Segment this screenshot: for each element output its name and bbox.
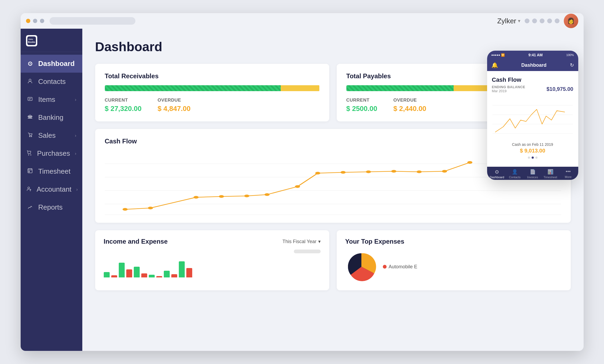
sidebar-label-contacts: Contacts [38, 77, 66, 86]
svg-point-28 [417, 170, 422, 173]
mobile-nav-contacts[interactable]: 👤 Contacts [506, 169, 524, 179]
mobile-dot-1[interactable] [528, 157, 530, 159]
svg-point-22 [264, 193, 269, 196]
cashflow-title: Cash Flow [105, 138, 137, 145]
svg-point-18 [148, 207, 153, 209]
contacts-icon [27, 78, 34, 85]
mobile-nav-invoices-icon: 📄 [530, 169, 536, 175]
fiscal-year-filter[interactable]: This Fiscal Year ▾ [282, 239, 320, 244]
receivables-current-bar [105, 85, 281, 91]
receivables-title: Total Receivables [105, 72, 320, 80]
mobile-nav-title: Dashboard [521, 62, 546, 68]
accountant-arrow-icon: › [76, 187, 78, 192]
mobile-ending-date: Mar 2019 [492, 89, 525, 93]
sidebar-item-accountant[interactable]: Accountant › [21, 180, 82, 198]
mobile-page-dots [492, 157, 573, 159]
sidebar-item-banking[interactable]: Banking [21, 109, 82, 127]
dot-3[interactable] [540, 18, 544, 23]
mobile-overlay: ●●●●● 🛜 9:41 AM 100% 🔔 Dashboard ↻ Cash … [487, 51, 578, 180]
income-expense-card: Income and Expense This Fiscal Year ▾ [95, 230, 329, 290]
mobile-bell-icon[interactable]: 🔔 [491, 62, 498, 68]
title-bar: Zylker ▾ 👩 [21, 13, 584, 29]
mobile-nav-invoices-label: Invoices [527, 176, 538, 179]
sidebar-item-contacts[interactable]: Contacts [21, 73, 82, 91]
payables-current-value: $ 2500.00 [346, 105, 377, 113]
mobile-time: 9:41 AM [528, 53, 543, 57]
sales-icon [27, 132, 34, 139]
legend-label-automobile: Automobile E [389, 264, 417, 270]
svg-text:Zoho: Zoho [28, 38, 33, 40]
banking-icon [27, 114, 34, 121]
bar-8 [156, 276, 162, 277]
bar-2 [111, 275, 117, 277]
mobile-content: Cash Flow ENDING BALANCE Mar 2019 $10,97… [487, 71, 578, 167]
top-expenses-header: Your Top Expenses [345, 238, 562, 245]
sales-arrow-icon: › [75, 133, 76, 138]
svg-point-9 [31, 136, 32, 137]
payables-overdue-label: OVERDUE [393, 98, 426, 103]
mobile-nav-dashboard[interactable]: ⊙ Dashboard [488, 169, 506, 179]
receivables-progress [105, 85, 320, 91]
mobile-nav-more[interactable]: ••• More [559, 169, 577, 179]
sidebar-item-dashboard[interactable]: ⊙ Dashboard [21, 55, 82, 73]
items-icon [27, 96, 34, 103]
dot-5[interactable] [555, 18, 559, 23]
window-min-btn[interactable] [33, 19, 37, 23]
mobile-chart-area [492, 97, 573, 140]
mobile-nav-timesheet[interactable]: 📊 Timesheet [542, 169, 559, 179]
mobile-ending-label: ENDING BALANCE [492, 85, 525, 89]
receivables-amounts: CURRENT $ 27,320.00 OVERDUE $ 4,847.00 [105, 98, 320, 113]
dot-4[interactable] [547, 18, 552, 23]
receivables-overdue-value: $ 4,847.00 [158, 105, 191, 113]
user-avatar[interactable]: 👩 [564, 14, 578, 28]
top-expenses-title: Your Top Expenses [345, 238, 405, 245]
svg-point-27 [391, 170, 396, 173]
top-expenses-legend: Automobile E [383, 264, 417, 270]
mobile-dot-3[interactable] [535, 157, 538, 159]
window-close-btn[interactable] [26, 19, 30, 23]
org-chevron-icon: ▾ [518, 18, 520, 24]
svg-rect-7 [31, 116, 32, 118]
sidebar: Zoho Books ⊙ Dashboard Contacts [21, 29, 82, 351]
dot-1[interactable] [525, 18, 529, 23]
receivables-current: CURRENT $ 27,320.00 [105, 98, 142, 113]
sidebar-item-reports[interactable]: Reports [21, 198, 82, 216]
sidebar-item-timesheet[interactable]: Timesheet [21, 162, 82, 180]
sidebar-item-purchases[interactable]: Purchases › [21, 144, 82, 162]
sidebar-label-purchases: Purchases [37, 149, 70, 158]
mobile-refresh-icon[interactable]: ↻ [570, 62, 574, 68]
bar-1 [104, 272, 110, 277]
mobile-nav-invoices[interactable]: 📄 Invoices [524, 169, 541, 179]
sidebar-item-sales[interactable]: Sales › [21, 127, 82, 144]
mobile-ending-row: ENDING BALANCE Mar 2019 $10,975.00 [492, 85, 573, 93]
search-bar[interactable] [50, 17, 135, 25]
income-expense-chart [104, 252, 321, 278]
svg-point-26 [366, 170, 371, 173]
mobile-nav-contacts-label: Contacts [509, 176, 520, 179]
window-max-btn[interactable] [40, 19, 44, 23]
mobile-status-bar: ●●●●● 🛜 9:41 AM 100% [487, 51, 578, 59]
mobile-nav-dashboard-label: Dashboard [490, 176, 504, 179]
mobile-ending-value: $10,975.00 [546, 86, 573, 92]
payables-current: CURRENT $ 2500.00 [346, 98, 377, 113]
bar-5 [134, 267, 140, 277]
payables-current-label: CURRENT [346, 98, 377, 103]
sidebar-item-items[interactable]: Items › [21, 91, 82, 109]
sidebar-label-reports: Reports [38, 203, 63, 211]
scrollbar-hint[interactable] [294, 250, 321, 253]
receivables-overdue-label: OVERDUE [158, 98, 191, 103]
dot-2[interactable] [532, 18, 537, 23]
svg-point-3 [29, 79, 31, 81]
bar-10 [171, 274, 177, 277]
mobile-dot-2[interactable] [532, 157, 534, 159]
sidebar-label-banking: Banking [38, 113, 64, 122]
receivables-overdue: OVERDUE $ 4,847.00 [158, 98, 191, 113]
mobile-signal-icon: ●●●●● 🛜 [491, 53, 505, 57]
title-bar-right: Zylker ▾ 👩 [497, 14, 578, 28]
fiscal-chevron-icon: ▾ [318, 239, 321, 244]
top-expenses-card: Your Top Expenses Automobile E [337, 230, 571, 290]
accountant-icon [27, 186, 32, 193]
bar-4 [126, 269, 132, 277]
svg-point-21 [244, 195, 249, 197]
org-selector[interactable]: Zylker ▾ [497, 17, 520, 25]
